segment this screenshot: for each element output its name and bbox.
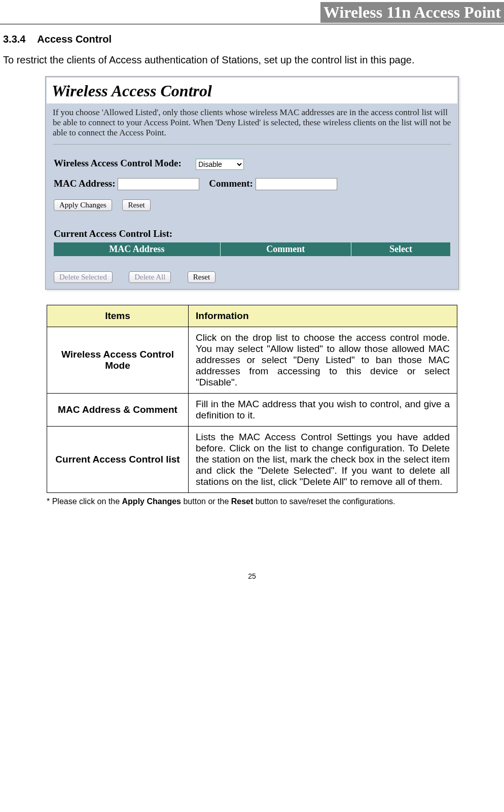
list-buttons-row: Delete Selected Delete All Reset	[47, 256, 457, 283]
table-info: Lists the MAC Access Control Settings yo…	[189, 427, 457, 493]
list-col-mac: MAC Address	[54, 242, 221, 256]
section-intro: To restrict the clients of Access authen…	[3, 54, 501, 66]
page-header: Wireless 11n Access Point	[0, 0, 504, 24]
page-number: 25	[0, 572, 504, 580]
delete-selected-button[interactable]: Delete Selected	[54, 271, 113, 283]
table-row: Current Access Control list Lists the MA…	[47, 427, 457, 493]
list-header-row: MAC Address Comment Select	[54, 242, 450, 256]
reset-list-button[interactable]: Reset	[188, 271, 215, 283]
current-list-heading: Current Access Control List:	[47, 214, 457, 242]
comment-label: Comment:	[209, 178, 253, 189]
footnote-bold-1: Apply Changes	[122, 497, 181, 506]
info-table-header-info: Information	[189, 305, 457, 327]
mac-label: MAC Address:	[54, 178, 116, 189]
screenshot-panel: Wireless Access Control If you choose 'A…	[45, 76, 459, 290]
table-info: Fill in the MAC address that you wish to…	[189, 394, 457, 427]
table-item: MAC Address & Comment	[47, 394, 189, 427]
divider	[53, 144, 451, 145]
panel-title: Wireless Access Control	[47, 78, 457, 103]
footnote-suffix: button to save/reset the configurations.	[253, 497, 395, 506]
table-info: Click on the drop list to choose the acc…	[189, 327, 457, 394]
list-col-comment: Comment	[221, 242, 351, 256]
apply-changes-button[interactable]: Apply Changes	[54, 199, 112, 211]
section-number: 3.3.4	[3, 33, 25, 45]
info-table: Items Information Wireless Access Contro…	[47, 305, 457, 493]
mode-row: Wireless Access Control Mode: Disable	[47, 154, 457, 174]
footnote-mid: button or the	[181, 497, 231, 506]
mode-label: Wireless Access Control Mode:	[54, 158, 182, 168]
section-title: Access Control	[37, 33, 112, 45]
panel-description: If you choose 'Allowed Listed', only tho…	[47, 104, 457, 143]
footnote: * Please click on the Apply Changes butt…	[47, 497, 457, 506]
info-table-header-items: Items	[47, 305, 189, 327]
mac-input[interactable]	[118, 178, 199, 190]
info-table-header-row: Items Information	[47, 305, 457, 327]
delete-all-button[interactable]: Delete All	[129, 271, 171, 283]
table-row: Wireless Access Control Mode Click on th…	[47, 327, 457, 394]
reset-button[interactable]: Reset	[122, 199, 150, 211]
mac-row: MAC Address: Comment:	[47, 174, 457, 195]
comment-input[interactable]	[256, 178, 337, 190]
table-item: Current Access Control list	[47, 427, 189, 493]
footnote-bold-2: Reset	[231, 497, 254, 506]
apply-row: Apply Changes Reset	[47, 194, 457, 214]
mode-select[interactable]: Disable	[196, 159, 244, 170]
page-header-title: Wireless 11n Access Point	[320, 2, 504, 23]
table-item: Wireless Access Control Mode	[47, 327, 189, 394]
table-row: MAC Address & Comment Fill in the MAC ad…	[47, 394, 457, 427]
list-col-select: Select	[351, 242, 450, 256]
section-heading: 3.3.4 Access Control	[3, 33, 504, 45]
footnote-prefix: * Please click on the	[47, 497, 122, 506]
